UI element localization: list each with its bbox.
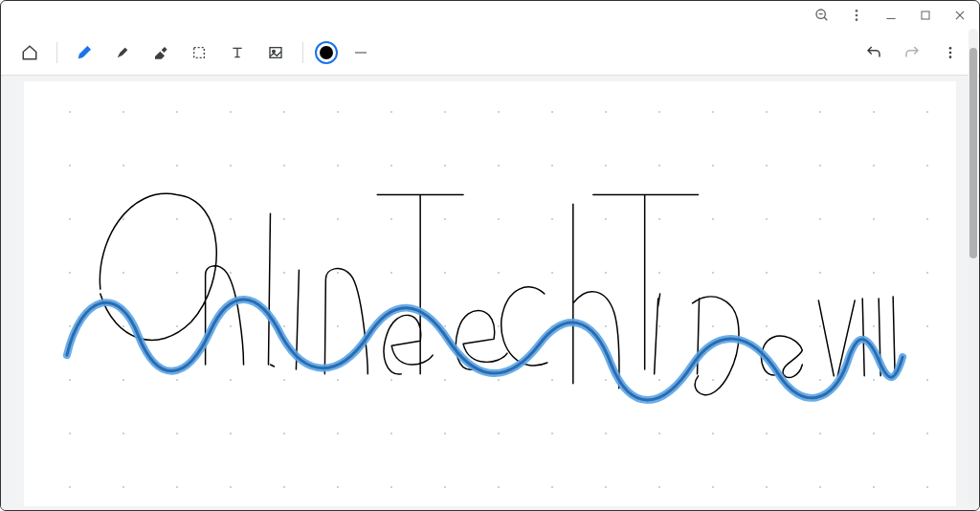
current-color-swatch: [320, 46, 333, 59]
svg-point-18: [949, 51, 952, 54]
home-button[interactable]: [14, 37, 45, 68]
window-controls: [1, 1, 979, 30]
svg-point-3: [856, 10, 858, 12]
drawing-content: [24, 81, 956, 506]
more-icon[interactable]: [847, 6, 866, 25]
svg-point-4: [856, 14, 858, 17]
selection-tool-button[interactable]: [184, 37, 214, 68]
svg-point-5: [856, 18, 858, 21]
image-tool-button[interactable]: [260, 37, 291, 68]
maximize-icon[interactable]: [916, 6, 935, 25]
svg-rect-7: [922, 11, 929, 19]
undo-button[interactable]: [858, 37, 889, 68]
close-icon[interactable]: [950, 6, 969, 25]
divider: [302, 42, 303, 63]
zoom-out-icon[interactable]: [813, 6, 832, 25]
minimize-icon[interactable]: [881, 6, 901, 25]
pen-tool-button[interactable]: [69, 37, 100, 68]
svg-point-15: [273, 50, 276, 53]
redo-button[interactable]: [897, 37, 927, 68]
vertical-scrollbar[interactable]: [969, 29, 978, 505]
svg-rect-10: [194, 47, 205, 57]
toolbar: [1, 30, 979, 76]
toolbar-right: [858, 37, 966, 68]
scroll-thumb[interactable]: [969, 48, 977, 258]
toolbar-left: [14, 37, 376, 68]
stroke-weight-button[interactable]: [345, 37, 376, 68]
svg-line-1: [824, 17, 827, 20]
text-tool-button[interactable]: [222, 37, 253, 68]
drawing-canvas[interactable]: [24, 81, 956, 506]
svg-point-19: [949, 56, 952, 58]
marker-tool-button[interactable]: [107, 37, 138, 68]
svg-point-17: [949, 47, 952, 50]
canvas-area: [1, 76, 979, 511]
color-picker-button[interactable]: [315, 41, 338, 64]
divider: [56, 42, 57, 63]
eraser-tool-button[interactable]: [145, 37, 176, 68]
toolbar-more-button[interactable]: [935, 37, 966, 68]
highlighter-stroke-wave: [67, 300, 902, 400]
